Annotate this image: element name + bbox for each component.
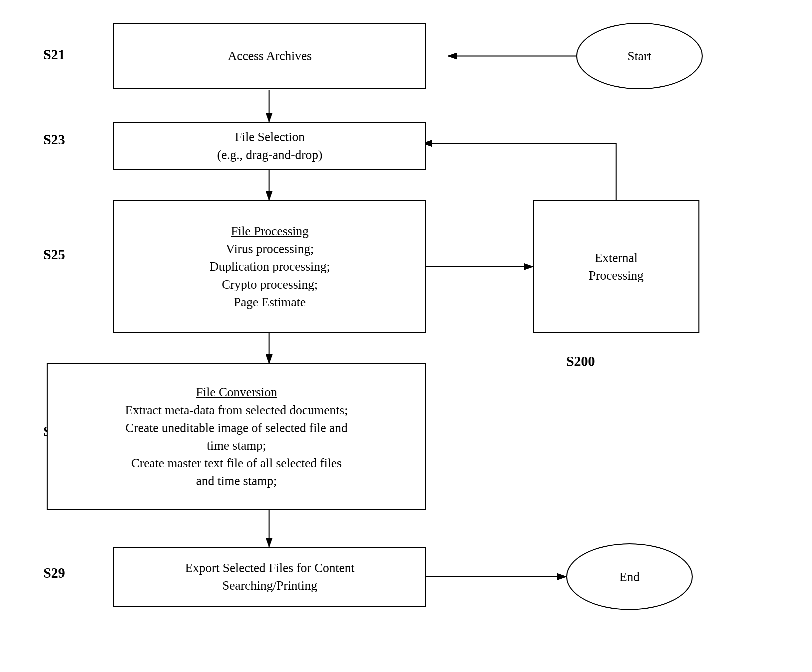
fp-line3: Crypto processing; — [222, 276, 318, 293]
fp-line2: Duplication processing; — [210, 258, 330, 275]
step-label-s21: S21 — [43, 47, 65, 63]
fc-line2: Create uneditable image of selected file… — [126, 419, 348, 437]
fc-line1: Extract meta-data from selected document… — [125, 401, 348, 419]
box-external-processing: External Processing — [533, 200, 699, 333]
oval-start: Start — [576, 23, 703, 89]
file-conversion-title: File Conversion — [196, 383, 277, 401]
oval-end: End — [566, 543, 693, 610]
fp-line4: Page Estimate — [234, 293, 306, 311]
end-text: End — [619, 569, 640, 584]
access-archives-text: Access Archives — [228, 47, 312, 65]
box-file-selection: File Selection (e.g., drag-and-drop) — [113, 121, 426, 170]
step-label-s200: S200 — [566, 353, 595, 369]
external-processing-text: External Processing — [589, 249, 644, 284]
step-label-s25: S25 — [43, 247, 65, 263]
step-label-s23: S23 — [43, 132, 65, 148]
start-text: Start — [628, 49, 652, 63]
file-selection-text: File Selection (e.g., drag-and-drop) — [217, 128, 323, 163]
fc-line4: Create master text file of all selected … — [131, 454, 342, 472]
box-file-processing: File Processing Virus processing; Duplic… — [113, 200, 426, 333]
export-text: Export Selected Files for Content Search… — [185, 559, 355, 594]
box-file-conversion: File Conversion Extract meta-data from s… — [47, 363, 426, 510]
fc-line3: time stamp; — [207, 437, 266, 454]
fc-line5: and time stamp; — [196, 472, 277, 490]
flowchart: S21 Access Archives Start S23 File Selec… — [0, 0, 812, 672]
box-access-archives: Access Archives — [113, 23, 426, 89]
box-export: Export Selected Files for Content Search… — [113, 547, 426, 607]
file-processing-title: File Processing — [231, 222, 309, 240]
fp-line1: Virus processing; — [226, 240, 314, 258]
step-label-s29: S29 — [43, 565, 65, 581]
